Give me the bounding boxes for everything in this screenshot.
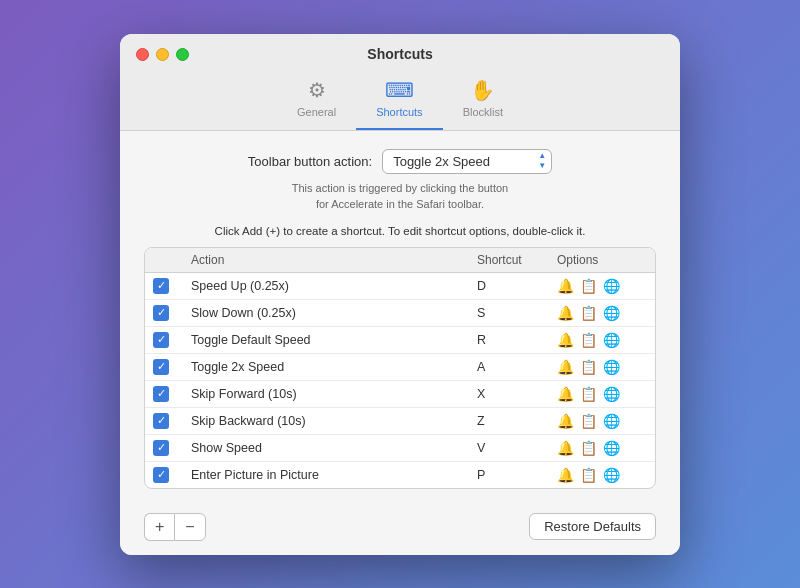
action-1: Slow Down (0.25x) — [191, 306, 477, 320]
globe-icon-1[interactable]: 🌐 — [603, 305, 620, 321]
tab-blocklist-label: Blocklist — [463, 106, 503, 118]
table-row: ✓ Toggle 2x Speed A 🔔 📋 🌐 — [145, 354, 655, 381]
globe-icon-5[interactable]: 🌐 — [603, 413, 620, 429]
options-1: 🔔 📋 🌐 — [557, 305, 647, 321]
tab-shortcuts[interactable]: ⌨ Shortcuts — [356, 72, 442, 130]
bell-icon-3[interactable]: 🔔 — [557, 359, 574, 375]
shortcut-4: X — [477, 387, 557, 401]
globe-icon-0[interactable]: 🌐 — [603, 278, 620, 294]
list-icon-6[interactable]: 📋 — [580, 440, 597, 456]
table-row: ✓ Skip Forward (10s) X 🔔 📋 🌐 — [145, 381, 655, 408]
globe-icon-2[interactable]: 🌐 — [603, 332, 620, 348]
table-row: ✓ Speed Up (0.25x) D 🔔 📋 🌐 — [145, 273, 655, 300]
minimize-button[interactable] — [156, 48, 169, 61]
options-4: 🔔 📋 🌐 — [557, 386, 647, 402]
action-2: Toggle Default Speed — [191, 333, 477, 347]
table-row: ✓ Skip Backward (10s) Z 🔔 📋 🌐 — [145, 408, 655, 435]
bell-icon-6[interactable]: 🔔 — [557, 440, 574, 456]
shortcut-5: Z — [477, 414, 557, 428]
col-header-shortcut: Shortcut — [477, 253, 557, 267]
bell-icon-2[interactable]: 🔔 — [557, 332, 574, 348]
tab-general-label: General — [297, 106, 336, 118]
checkbox-1[interactable]: ✓ — [153, 305, 169, 321]
shortcuts-icon: ⌨ — [385, 78, 414, 102]
bell-icon-4[interactable]: 🔔 — [557, 386, 574, 402]
toolbar-row: Toolbar button action: Toggle 2x Speed T… — [144, 149, 656, 174]
bell-icon-5[interactable]: 🔔 — [557, 413, 574, 429]
action-0: Speed Up (0.25x) — [191, 279, 477, 293]
blocklist-icon: ✋ — [470, 78, 495, 102]
shortcut-7: P — [477, 468, 557, 482]
restore-defaults-button[interactable]: Restore Defaults — [529, 513, 656, 540]
options-3: 🔔 📋 🌐 — [557, 359, 647, 375]
list-icon-5[interactable]: 📋 — [580, 413, 597, 429]
list-icon-4[interactable]: 📋 — [580, 386, 597, 402]
tab-blocklist[interactable]: ✋ Blocklist — [443, 72, 523, 130]
bell-icon-1[interactable]: 🔔 — [557, 305, 574, 321]
table-row: ✓ Enter Picture in Picture P 🔔 📋 🌐 — [145, 462, 655, 488]
toolbar-action-select[interactable]: Toggle 2x Speed Toggle Default Speed Spe… — [382, 149, 552, 174]
table-row: ✓ Show Speed V 🔔 📋 🌐 — [145, 435, 655, 462]
tab-general[interactable]: ⚙ General — [277, 72, 356, 130]
select-wrapper: Toggle 2x Speed Toggle Default Speed Spe… — [382, 149, 552, 174]
list-icon-7[interactable]: 📋 — [580, 467, 597, 483]
add-remove-buttons: + − — [144, 513, 206, 541]
col-header-action: Action — [191, 253, 477, 267]
bell-icon-7[interactable]: 🔔 — [557, 467, 574, 483]
list-icon-3[interactable]: 📋 — [580, 359, 597, 375]
shortcuts-table: Action Shortcut Options ✓ Speed Up (0.25… — [144, 247, 656, 489]
options-0: 🔔 📋 🌐 — [557, 278, 647, 294]
globe-icon-4[interactable]: 🌐 — [603, 386, 620, 402]
globe-icon-7[interactable]: 🌐 — [603, 467, 620, 483]
bell-icon-0[interactable]: 🔔 — [557, 278, 574, 294]
shortcut-3: A — [477, 360, 557, 374]
action-7: Enter Picture in Picture — [191, 468, 477, 482]
close-button[interactable] — [136, 48, 149, 61]
globe-icon-3[interactable]: 🌐 — [603, 359, 620, 375]
instruction-text: Click Add (+) to create a shortcut. To e… — [144, 225, 656, 237]
tab-shortcuts-label: Shortcuts — [376, 106, 422, 118]
titlebar: Shortcuts ⚙ General ⌨ Shortcuts ✋ Blockl… — [120, 34, 680, 131]
toolbar-action-label: Toolbar button action: — [248, 154, 372, 169]
table-row: ✓ Toggle Default Speed R 🔔 📋 🌐 — [145, 327, 655, 354]
col-header-options: Options — [557, 253, 647, 267]
options-7: 🔔 📋 🌐 — [557, 467, 647, 483]
shortcut-1: S — [477, 306, 557, 320]
remove-shortcut-button[interactable]: − — [174, 513, 205, 541]
maximize-button[interactable] — [176, 48, 189, 61]
general-icon: ⚙ — [308, 78, 326, 102]
options-6: 🔔 📋 🌐 — [557, 440, 647, 456]
footer: + − Restore Defaults — [120, 503, 680, 555]
shortcut-0: D — [477, 279, 557, 293]
action-5: Skip Backward (10s) — [191, 414, 477, 428]
tab-bar: ⚙ General ⌨ Shortcuts ✋ Blocklist — [277, 72, 523, 130]
action-4: Skip Forward (10s) — [191, 387, 477, 401]
main-content: Toolbar button action: Toggle 2x Speed T… — [120, 131, 680, 503]
window-title: Shortcuts — [367, 46, 432, 62]
list-icon-1[interactable]: 📋 — [580, 305, 597, 321]
options-2: 🔔 📋 🌐 — [557, 332, 647, 348]
globe-icon-6[interactable]: 🌐 — [603, 440, 620, 456]
options-5: 🔔 📋 🌐 — [557, 413, 647, 429]
action-6: Show Speed — [191, 441, 477, 455]
table-row: ✓ Slow Down (0.25x) S 🔔 📋 🌐 — [145, 300, 655, 327]
col-header-check — [153, 253, 191, 267]
table-header: Action Shortcut Options — [145, 248, 655, 273]
shortcut-2: R — [477, 333, 557, 347]
hint-text: This action is triggered by clicking the… — [144, 180, 656, 213]
traffic-lights — [136, 48, 189, 61]
checkbox-3[interactable]: ✓ — [153, 359, 169, 375]
checkbox-7[interactable]: ✓ — [153, 467, 169, 483]
checkbox-2[interactable]: ✓ — [153, 332, 169, 348]
checkbox-4[interactable]: ✓ — [153, 386, 169, 402]
app-window: Shortcuts ⚙ General ⌨ Shortcuts ✋ Blockl… — [120, 34, 680, 555]
checkbox-6[interactable]: ✓ — [153, 440, 169, 456]
shortcut-6: V — [477, 441, 557, 455]
list-icon-2[interactable]: 📋 — [580, 332, 597, 348]
list-icon-0[interactable]: 📋 — [580, 278, 597, 294]
checkbox-0[interactable]: ✓ — [153, 278, 169, 294]
add-shortcut-button[interactable]: + — [144, 513, 174, 541]
checkbox-5[interactable]: ✓ — [153, 413, 169, 429]
action-3: Toggle 2x Speed — [191, 360, 477, 374]
